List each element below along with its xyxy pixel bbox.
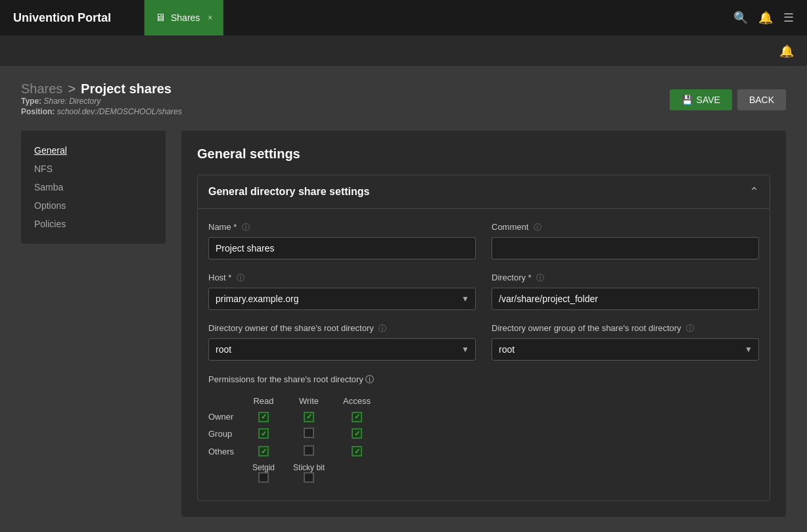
owner-read-cell (243, 409, 284, 425)
owner-read-checkbox[interactable] (258, 412, 269, 422)
special-empty-label (208, 460, 243, 487)
settings-panel: General settings General directory share… (181, 131, 786, 517)
perms-col-access: Access (334, 393, 380, 409)
others-access-cell (334, 443, 380, 460)
tab-bar: 🖥 Shares × (145, 0, 720, 35)
menu-icon[interactable]: ☰ (783, 11, 794, 25)
panel-title: General settings (197, 146, 770, 162)
perms-header-row: Read Write Access (208, 393, 380, 409)
group-access-cell (334, 425, 380, 443)
perms-col-write: Write (284, 393, 334, 409)
section-title: General directory share settings (208, 186, 369, 198)
breadcrumb-parent[interactable]: Shares (21, 81, 62, 97)
sidebar-item-general[interactable]: General (32, 141, 155, 160)
owner-group-group: Directory owner group of the share's roo… (492, 323, 759, 361)
host-select-wrap: primary.example.org ▼ (208, 288, 476, 310)
comment-input[interactable] (492, 237, 759, 259)
owner-row-label: Owner (208, 409, 243, 425)
others-read-cell (243, 443, 284, 460)
sidebar-nav: General NFS Samba Options Policies (21, 131, 166, 244)
sidebar-item-policies[interactable]: Policies (32, 215, 155, 233)
permissions-table: Read Write Access Owner (208, 393, 380, 487)
permissions-info-icon[interactable]: ⓘ (365, 374, 374, 384)
group-write-checkbox[interactable] (304, 428, 314, 438)
perms-group-row: Group (208, 425, 380, 443)
save-button[interactable]: 💾 SAVE (670, 89, 732, 110)
name-comment-row: Name * ⓘ Comment ⓘ (208, 222, 759, 259)
setgid-checkbox[interactable] (258, 472, 269, 483)
owner-label: Directory owner of the share's root dire… (208, 323, 476, 334)
general-directory-section: General directory share settings ⌃ Name … (197, 175, 770, 501)
sidebar-item-samba[interactable]: Samba (32, 178, 155, 196)
group-read-cell (243, 425, 284, 443)
host-info-icon[interactable]: ⓘ (237, 273, 244, 282)
back-button[interactable]: BACK (737, 89, 786, 110)
others-row-label: Others (208, 443, 243, 460)
directory-input[interactable] (492, 288, 759, 310)
directory-info-icon[interactable]: ⓘ (536, 273, 544, 282)
portal-title-text: Univention Portal (13, 11, 111, 25)
action-buttons: 💾 SAVE BACK (670, 89, 786, 110)
type-line: Type: Share: Directory (21, 97, 182, 106)
save-icon: 💾 (681, 95, 693, 105)
chevron-up-icon: ⌃ (749, 185, 759, 199)
owner-group-select-wrap: root ▼ (492, 338, 759, 361)
back-label: BACK (749, 95, 774, 105)
tab-close-icon[interactable]: × (208, 13, 212, 22)
group-row-label: Group (208, 425, 243, 443)
top-nav-actions: 🔍 🔔 ☰ (720, 0, 807, 35)
tab-label: Shares (171, 12, 200, 23)
content-layout: General NFS Samba Options Policies Gener… (21, 131, 786, 517)
owner-group-info-icon[interactable]: ⓘ (686, 324, 694, 333)
owner-group-field: Directory owner of the share's root dire… (208, 323, 476, 361)
owner-group-label-text: Directory owner group of the share's roo… (492, 323, 681, 333)
owner-access-checkbox[interactable] (352, 412, 362, 422)
sidebar-item-options[interactable]: Options (32, 196, 155, 215)
owner-info-icon[interactable]: ⓘ (379, 324, 386, 333)
host-select[interactable]: primary.example.org (208, 288, 476, 310)
perms-owner-row: Owner (208, 409, 380, 425)
perms-col-read: Read (243, 393, 284, 409)
owner-access-cell (334, 409, 380, 425)
owner-group-select[interactable]: root (492, 338, 759, 361)
owner-write-cell (284, 409, 334, 425)
notification-icon[interactable]: 🔔 (758, 11, 773, 25)
breadcrumb-row: Shares > Project shares Type: Share: Dir… (21, 81, 786, 118)
section-body: Name * ⓘ Comment ⓘ (198, 209, 770, 500)
special-empty-cell (334, 460, 380, 487)
breadcrumb: Shares > Project shares (21, 81, 182, 97)
sub-bell-icon[interactable]: 🔔 (779, 44, 794, 58)
owner-select[interactable]: root (208, 338, 476, 361)
comment-info-icon[interactable]: ⓘ (534, 223, 542, 232)
owner-group-label: Directory owner group of the share's roo… (492, 323, 759, 334)
type-value: Share: Directory (43, 97, 101, 106)
name-info-icon[interactable]: ⓘ (242, 223, 250, 232)
comment-group: Comment ⓘ (492, 222, 759, 259)
owner-select-wrap: root ▼ (208, 338, 476, 361)
others-access-checkbox[interactable] (352, 446, 362, 456)
host-label-text: Host * (208, 273, 231, 282)
name-input[interactable] (208, 237, 476, 259)
perms-others-row: Others (208, 443, 380, 460)
name-label-text: Name * (208, 222, 237, 232)
host-directory-row: Host * ⓘ primary.example.org ▼ (208, 273, 759, 310)
stickybit-label: Sticky bit (293, 463, 325, 472)
perms-col-role (208, 393, 243, 409)
group-read-checkbox[interactable] (258, 428, 269, 439)
position-value: school.dev:/DEMOSCHOOL/shares (57, 107, 182, 116)
shares-tab[interactable]: 🖥 Shares × (145, 0, 223, 35)
sidebar-item-nfs[interactable]: NFS (32, 160, 155, 178)
search-icon[interactable]: 🔍 (733, 11, 748, 25)
comment-label: Comment ⓘ (492, 222, 759, 233)
others-write-checkbox[interactable] (304, 445, 314, 456)
stickybit-checkbox[interactable] (304, 472, 314, 483)
host-group: Host * ⓘ primary.example.org ▼ (208, 273, 476, 310)
permissions-label: Permissions for the share's root directo… (208, 374, 759, 386)
tab-icon: 🖥 (155, 12, 166, 24)
group-access-checkbox[interactable] (352, 428, 362, 439)
others-read-checkbox[interactable] (258, 446, 269, 456)
owner-write-checkbox[interactable] (304, 412, 314, 422)
breadcrumb-current: Project shares (81, 81, 172, 97)
special-stickybit-col: Sticky bit (284, 460, 334, 487)
section-header[interactable]: General directory share settings ⌃ (198, 175, 770, 209)
